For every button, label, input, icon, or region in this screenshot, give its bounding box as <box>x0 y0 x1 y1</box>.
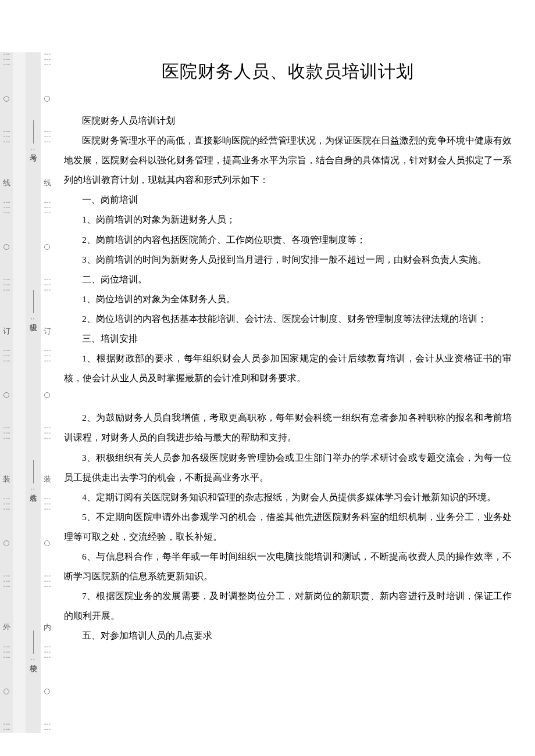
list-item: 2、岗前培训的内容包括医院简介、工作岗位职责、各项管理制度等； <box>64 230 512 250</box>
exam-number-label: 考号: <box>28 144 38 155</box>
section-3-header: 三、培训安排 <box>64 329 512 349</box>
margin-dots: ┆┆┆ <box>3 497 10 513</box>
form-labels-column: 考号: 班级: 姓名: 学校: <box>26 52 41 733</box>
label-group: 班级: <box>28 290 38 325</box>
list-item: 3、岗前培训的时间为新财务人员报到当月进行，时间安排一般不超过一周，由财会科负责… <box>64 250 512 270</box>
binding-margin-light <box>13 52 26 733</box>
margin-dots: ┆┆┆ <box>44 349 51 364</box>
margin-dots: ┆┆┆ <box>44 497 51 513</box>
binding-margin-inner: ┆┆┆ ┆┆┆ 线 ┆┆┆ ┆┆┆ 订 ┆┆┆ ┆┆┆ 装 ┆┆┆ ┆┆┆ 内 … <box>41 52 54 733</box>
list-item: 1、根据财政部的要求，每年组织财会人员参加国家规定的会计后续教育培训，会计从业资… <box>64 349 512 388</box>
list-item: 5、不定期向医院申请外出参观学习的机会，借鉴其他先进医院财务科室的组织机制，业务… <box>64 507 512 547</box>
margin-dots: ┆┆ <box>3 722 10 733</box>
margin-circle <box>44 540 50 546</box>
section-2-header: 二、岗位培训。 <box>64 270 512 289</box>
name-label: 姓名: <box>28 483 38 495</box>
margin-dots: ┆┆ <box>44 722 51 733</box>
margin-dots: ┆┆┆ <box>44 130 51 145</box>
margin-circle <box>44 244 50 250</box>
margin-circle <box>3 540 9 546</box>
label-underline <box>33 120 34 144</box>
binding-margin-outer: ┆┆┆ ┆┆┆ 线 ┆┆┆ ┆┆┆ 订 ┆┆┆ ┆┆┆ 装 ┆┆┆ ┆┆┆ 外 … <box>0 52 13 733</box>
subtitle: 医院财务人员培训计划 <box>64 111 512 131</box>
school-label: 学校: <box>28 654 38 665</box>
margin-dots: ┆┆┆ <box>44 574 51 590</box>
margin-circle <box>3 689 9 694</box>
margin-dots: ┆┆┆ <box>3 645 10 661</box>
margin-circle <box>3 244 9 250</box>
document-body: 医院财务人员、收款员培训计划 医院财务人员培训计划 医院财务管理水平的高低，直接… <box>64 52 512 646</box>
list-item: 3、积极组织有关人员参加各级医院财务管理协会或卫生部门举办的学术研讨会或专题交流… <box>64 448 512 488</box>
margin-dots: ┆┆┆ <box>3 349 10 364</box>
margin-dots: ┆┆┆ <box>44 200 51 216</box>
intro-paragraph: 医院财务管理水平的高低，直接影响医院的经营管理状况，为保证医院在日益激烈的竞争环… <box>64 131 512 190</box>
margin-dots: ┆┆┆ <box>3 426 10 442</box>
margin-dots: ┆┆┆ <box>44 278 51 293</box>
margin-dots: ┆┆┆ <box>3 52 10 68</box>
list-item: 1、岗前培训的对象为新进财务人员； <box>64 210 512 230</box>
section-1-header: 一、岗前培训 <box>64 190 512 210</box>
margin-dots: ┆┆┆ <box>3 200 10 216</box>
margin-dots: ┆┆┆ <box>3 574 10 590</box>
label-group: 姓名: <box>28 460 38 495</box>
list-item: 7、根据医院业务的发展需要，及时调整岗位分工，对新岗位的新职责、新内容进行及时培… <box>64 586 512 626</box>
section-5-header: 五、对参加培训人员的几点要求 <box>64 626 512 646</box>
class-label: 班级: <box>28 313 38 325</box>
list-item: 6、与信息科合作，每半年或一年时间组织一次电脑技能培训和测试，不断提高收费人员的… <box>64 547 512 586</box>
label-group: 学校: <box>28 630 38 665</box>
margin-dots: ┆┆┆ <box>44 645 51 661</box>
label-underline <box>33 290 34 313</box>
margin-dots: ┆┆┆ <box>44 426 51 442</box>
margin-dots: ┆┆┆ <box>44 52 51 68</box>
page-title: 医院财务人员、收款员培训计划 <box>64 52 512 91</box>
margin-circle <box>3 392 9 398</box>
margin-circle <box>44 96 50 102</box>
margin-circle <box>3 96 9 102</box>
label-underline <box>33 630 34 654</box>
label-group: 考号: <box>28 120 38 155</box>
list-item: 4、定期订阅有关医院财务知识和管理的杂志报纸，为财会人员提供多媒体学习会计最新知… <box>64 488 512 507</box>
paragraph-gap <box>64 388 512 408</box>
margin-circle <box>44 689 50 694</box>
margin-circle <box>44 392 50 398</box>
list-item: 1、岗位培训的对象为全体财务人员。 <box>64 289 512 309</box>
list-item: 2、为鼓励财务人员自我增值，考取更高职称，每年财会科统一组织有意者参加各种职称的… <box>64 408 512 447</box>
margin-dots: ┆┆┆ <box>3 130 10 145</box>
margin-dots: ┆┆┆ <box>3 278 10 293</box>
list-item: 2、岗位培训的内容包括基本技能培训、会计法、医院会计制度、财务管理制度等法律法规… <box>64 309 512 329</box>
label-underline <box>33 460 34 483</box>
